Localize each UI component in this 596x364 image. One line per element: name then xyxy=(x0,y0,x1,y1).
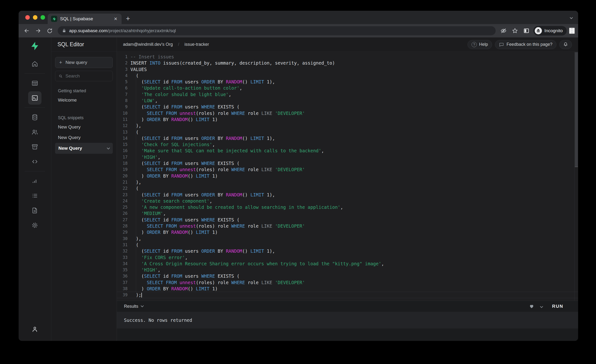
side-panel-icon[interactable] xyxy=(522,26,531,35)
line-number: 38 xyxy=(117,286,127,292)
account-icon[interactable] xyxy=(28,323,41,336)
toolbar-right: Incognito xyxy=(499,26,575,36)
section-label-getting-started: Getting started xyxy=(58,89,110,93)
eye-blocked-icon[interactable] xyxy=(499,26,508,35)
sidebar-item-new-query-1[interactable]: New Query xyxy=(55,122,113,132)
line-number: 1 xyxy=(117,54,127,60)
window-minimize-button[interactable] xyxy=(33,15,37,20)
code-line: 33 'Fix CORS error', xyxy=(117,254,578,260)
code-line: 11 ) ORDER BY RANDOM() LIMIT 1) xyxy=(117,116,578,123)
edge-functions-icon[interactable] xyxy=(28,155,41,168)
storage-icon[interactable] xyxy=(28,140,41,154)
chat-bubble-icon xyxy=(499,42,504,47)
new-tab-button[interactable]: + xyxy=(126,15,130,22)
project-header: adam@windmill.dev's Org / issue-tracker … xyxy=(117,37,578,52)
browser-toolbar: app.supabase.com/project/azahtnhqohyjerz… xyxy=(19,24,578,37)
browser-tab[interactable]: SQL | Supabase × xyxy=(48,14,122,24)
sidebar-item-new-query-2[interactable]: New Query xyxy=(55,132,113,143)
plus-icon: + xyxy=(59,59,62,66)
back-button[interactable] xyxy=(22,26,31,36)
code-line: 25 'A new component should be created to… xyxy=(117,204,578,210)
code-line: 7 'The color should be light blue', xyxy=(117,91,578,97)
code-line: 13 ( xyxy=(117,129,578,135)
window-maximize-button[interactable] xyxy=(41,15,45,20)
docs-icon[interactable] xyxy=(28,204,41,217)
sql-editor-icon[interactable] xyxy=(28,91,41,105)
auth-users-icon[interactable] xyxy=(28,125,41,139)
window-close-button[interactable] xyxy=(25,15,30,20)
search-box xyxy=(55,71,113,81)
code-line: 15 'Check for SQL injections', xyxy=(117,141,578,148)
traffic-lights xyxy=(25,15,45,20)
chevron-down-icon xyxy=(107,146,110,149)
url-bar[interactable]: app.supabase.com/project/azahtnhqohyjerz… xyxy=(58,26,496,35)
new-query-button[interactable]: + New query xyxy=(55,57,113,68)
search-input[interactable] xyxy=(65,74,109,79)
code-lines: 1-- Insert issues2INSERT INTO issues(cre… xyxy=(117,54,578,298)
code-line: 3VALUES xyxy=(117,66,578,73)
kebab-menu-icon[interactable] xyxy=(569,28,575,34)
line-number: 15 xyxy=(117,141,127,148)
code-line: 38 ) ORDER BY RANDOM() LIMIT 1) xyxy=(117,286,578,292)
url-text: app.supabase.com/project/azahtnhqohyjerz… xyxy=(69,28,176,33)
reload-button[interactable] xyxy=(45,26,54,36)
supabase-app: SQL Editor + New query Getting started W… xyxy=(19,37,578,341)
line-number: 31 xyxy=(117,242,127,248)
code-line: 10 SELECT FROM unnest(roles) role WHERE … xyxy=(117,110,578,116)
help-circle-icon: ? xyxy=(472,42,477,47)
results-dropdown[interactable]: Results xyxy=(124,304,143,309)
code-line: 2INSERT INTO issues(created_by, summary,… xyxy=(117,60,578,66)
supabase-logo[interactable] xyxy=(30,41,40,51)
line-number: 11 xyxy=(117,116,127,123)
settings-gear-icon[interactable] xyxy=(28,219,41,232)
logs-icon[interactable] xyxy=(28,189,41,202)
code-line: 24 'Create search component', xyxy=(117,198,578,204)
scrollbar-thumb[interactable] xyxy=(575,52,578,167)
line-number: 35 xyxy=(117,267,127,273)
breadcrumb-org[interactable]: adam@windmill.dev's Org xyxy=(123,42,173,47)
tab-strip: SQL | Supabase × + xyxy=(19,11,578,24)
nav-rail xyxy=(19,37,51,341)
run-options-chevron[interactable] xyxy=(540,305,543,308)
code-line: 30 ), xyxy=(117,236,578,242)
sql-code-editor[interactable]: 1-- Insert issues2INSERT INTO issues(cre… xyxy=(117,52,578,301)
help-button[interactable]: ? Help xyxy=(468,40,492,49)
supabase-favicon xyxy=(51,16,57,22)
sidebar-item-new-query-active[interactable]: New Query xyxy=(55,143,113,154)
run-button[interactable]: RUN xyxy=(549,302,567,311)
sidebar-item-welcome[interactable]: Welcome xyxy=(55,95,113,105)
database-icon[interactable] xyxy=(28,111,41,124)
rail-divider xyxy=(25,171,45,171)
home-icon[interactable] xyxy=(28,57,41,71)
tab-close-button[interactable]: × xyxy=(113,16,118,22)
line-number: 17 xyxy=(117,154,127,160)
main-content: adam@windmill.dev's Org / issue-tracker … xyxy=(117,37,578,341)
forward-button[interactable] xyxy=(33,26,43,36)
line-number: 27 xyxy=(117,217,127,223)
line-number: 12 xyxy=(117,123,127,129)
code-line: 8 'LOW', xyxy=(117,97,578,104)
star-icon[interactable] xyxy=(510,26,520,35)
table-editor-icon[interactable] xyxy=(28,76,41,90)
code-line: 9 (SELECT id FROM users WHERE EXISTS ( xyxy=(117,104,578,110)
reports-icon[interactable] xyxy=(28,174,41,188)
feedback-button[interactable]: Feedback on this page? xyxy=(495,40,556,49)
results-bar: Results RUN xyxy=(117,301,578,312)
code-line: 31 ( xyxy=(117,242,578,248)
code-line: 23 (SELECT id FROM users ORDER BY RANDOM… xyxy=(117,192,578,198)
incognito-badge[interactable]: Incognito xyxy=(533,26,566,36)
line-number: 3 xyxy=(117,66,127,73)
search-icon xyxy=(59,74,62,78)
line-number: 36 xyxy=(117,273,127,279)
tab-overflow-chevron-icon[interactable] xyxy=(570,15,572,20)
url-host: app.supabase.com xyxy=(69,28,108,33)
breadcrumb-project[interactable]: issue-tracker xyxy=(185,42,209,47)
code-line: 16 'Make sure that SQL can not be inject… xyxy=(117,148,578,154)
section-label-sql-snippets: SQL snippets xyxy=(58,115,110,120)
code-line: 39 ); xyxy=(117,292,578,298)
bell-icon xyxy=(563,42,568,47)
code-line: 26 'MEDIUM', xyxy=(117,210,578,216)
favorite-heart-icon[interactable] xyxy=(529,304,534,309)
notifications-button[interactable] xyxy=(559,40,572,49)
code-line: 27 (SELECT id FROM users WHERE EXISTS ( xyxy=(117,217,578,223)
